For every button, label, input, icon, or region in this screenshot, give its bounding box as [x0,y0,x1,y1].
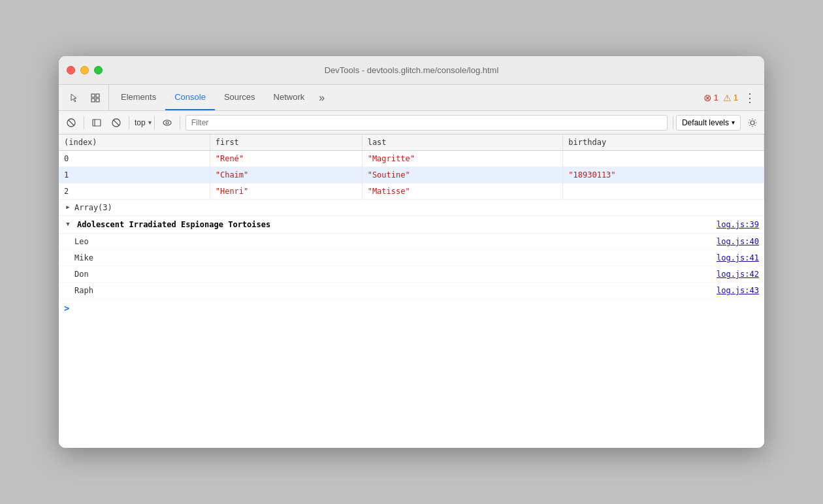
error-icon: ⊗ [703,92,712,104]
col-header-index: (index) [59,134,210,151]
cell-last-2: "Matisse" [362,183,563,200]
maximize-button[interactable] [94,66,103,74]
minimize-button[interactable] [80,66,89,74]
table-header-row: (index) first last birthday [59,134,764,151]
group-title-link[interactable]: log.js:39 [717,219,759,230]
group-header: ▼ Adolescent Irradiated Espionage Tortoi… [59,216,764,234]
settings-button[interactable] [743,114,762,132]
window-controls [67,66,103,74]
sidebar-toggle-button[interactable] [87,114,106,132]
divider [84,116,84,129]
list-item: Raph log.js:43 [59,283,764,299]
divider3 [154,116,155,129]
list-item: Mike log.js:41 [59,250,764,266]
svg-point-12 [750,121,754,125]
cell-birthday-1: "18930113" [563,167,764,183]
svg-rect-1 [96,94,99,97]
console-content: (index) first last birthday 0 "René" "Ma… [59,134,764,448]
group-item-text: Mike [74,252,93,264]
context-selector-wrapper[interactable]: top ▾ [132,118,152,127]
svg-point-10 [163,120,171,125]
table-row: 0 "René" "Magritte" [59,151,764,167]
expand-icon[interactable]: ▶ [64,204,72,212]
warning-icon: ⚠ [723,93,732,103]
clear-console-button[interactable] [61,114,81,132]
levels-label: Default levels [682,118,729,127]
devtools-window: DevTools - devtools.glitch.me/console/lo… [59,56,764,448]
group-item-text: Leo [74,236,89,247]
list-item: Leo log.js:40 [59,234,764,250]
divider2 [129,116,129,129]
levels-button[interactable]: Default levels ▾ [676,115,741,131]
tab-network[interactable]: Network [265,85,314,110]
divider5 [673,116,673,129]
cell-birthday-0 [563,151,764,167]
group-title: Adolescent Irradiated Espionage Tortoise… [77,219,270,230]
cell-first-1: "Chaim" [210,167,362,183]
toolbar-icons [61,85,109,110]
cursor-icon-button[interactable] [64,87,85,108]
svg-rect-0 [91,94,95,97]
svg-rect-2 [91,99,95,102]
table-row: 2 "Henri" "Matisse" [59,183,764,200]
chevron-down-icon: ▾ [148,119,152,126]
group-item-text: Raph [74,285,93,296]
tab-elements[interactable]: Elements [112,85,165,110]
context-label: top [132,118,148,127]
group-item-link[interactable]: log.js:40 [717,236,759,247]
levels-chevron-icon: ▾ [732,119,735,126]
warning-count: 1 [734,93,738,102]
cell-birthday-2 [563,183,764,200]
tab-bar-right: ⊗ 1 ⚠ 1 ⋮ [703,85,762,110]
filter-input[interactable] [186,115,668,131]
cell-index-0: 0 [59,151,210,167]
title-bar: DevTools - devtools.glitch.me/console/lo… [59,56,764,85]
group-collapse-icon[interactable]: ▼ [64,221,72,228]
more-options-button[interactable]: ⋮ [741,89,759,107]
svg-point-11 [166,121,169,124]
group-item-link[interactable]: log.js:42 [717,268,759,280]
array-label: Array(3) [74,202,112,213]
close-button[interactable] [67,66,75,74]
group-item-text: Don [74,268,89,280]
inspect-icon-button[interactable] [85,87,106,108]
svg-line-9 [114,119,120,125]
eye-button[interactable] [157,114,177,132]
tab-console[interactable]: Console [165,85,215,110]
console-table: (index) first last birthday 0 "René" "Ma… [59,134,764,200]
cell-first-2: "Henri" [210,183,362,200]
cell-last-1: "Soutine" [362,167,563,183]
col-header-birthday: birthday [563,134,764,151]
prompt-chevron[interactable]: > [64,302,69,315]
console-toolbar: top ▾ Default levels ▾ [59,111,764,134]
svg-rect-3 [96,99,99,102]
group-header-left: ▼ Adolescent Irradiated Espionage Tortoi… [64,219,270,230]
col-header-last: last [362,134,563,151]
table-row: 1 "Chaim" "Soutine" "18930113" [59,167,764,183]
group-item-link[interactable]: log.js:43 [717,285,759,296]
more-tabs-button[interactable]: » [314,85,330,110]
cell-first-0: "René" [210,151,362,167]
cell-last-0: "Magritte" [362,151,563,167]
cell-index-2: 2 [59,183,210,200]
error-count: 1 [714,93,718,102]
block-icon-button[interactable] [106,114,126,132]
tab-bar: Elements Console Sources Network » ⊗ 1 ⚠… [59,85,764,111]
tab-sources[interactable]: Sources [215,85,265,110]
group-item-link[interactable]: log.js:41 [717,252,759,264]
array-row[interactable]: ▶ Array(3) [59,200,764,216]
window-title: DevTools - devtools.glitch.me/console/lo… [325,65,499,75]
svg-line-5 [69,120,74,125]
col-header-first: first [210,134,362,151]
cell-index-1: 1 [59,167,210,183]
svg-rect-6 [93,119,101,126]
divider4 [180,116,180,129]
list-item: Don log.js:42 [59,266,764,283]
prompt-row: > [59,299,764,318]
error-badge: ⊗ 1 ⚠ 1 [703,92,738,104]
